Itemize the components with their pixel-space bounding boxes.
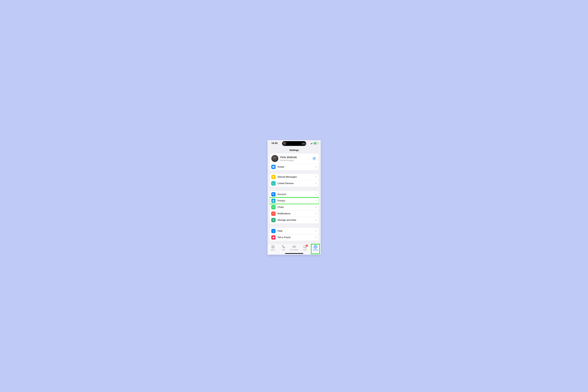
row-label: Starred Messages bbox=[278, 176, 316, 178]
tab-settings[interactable]: Settings bbox=[310, 244, 321, 255]
profile-row[interactable]: Pete Wolinski Not at the gym bbox=[270, 154, 319, 164]
profile-name: Pete Wolinski bbox=[280, 156, 312, 159]
svg-point-8 bbox=[273, 166, 273, 167]
group-help: Help Tell a Friend bbox=[270, 228, 319, 241]
lock-icon bbox=[271, 199, 276, 203]
avatar-app-icon bbox=[271, 165, 276, 169]
phone-icon bbox=[282, 245, 285, 249]
svg-point-24 bbox=[315, 246, 316, 248]
row-label: Privacy bbox=[278, 199, 316, 202]
row-chats[interactable]: Chats bbox=[270, 204, 319, 210]
profile-text: Pete Wolinski Not at the gym bbox=[280, 156, 312, 162]
chevron-right-icon bbox=[316, 219, 317, 221]
svg-rect-10 bbox=[272, 182, 274, 184]
tab-label: Communities bbox=[290, 249, 298, 250]
svg-rect-14 bbox=[273, 200, 274, 202]
communities-icon bbox=[292, 245, 296, 249]
svg-point-15 bbox=[272, 206, 274, 208]
heart-icon bbox=[271, 235, 276, 240]
group-starred: Starred Messages Linked Devices bbox=[270, 174, 319, 186]
battery-level: 60 bbox=[314, 142, 316, 144]
row-help[interactable]: Help bbox=[270, 228, 319, 234]
gear-icon bbox=[314, 245, 318, 249]
laptop-icon bbox=[271, 181, 276, 186]
svg-rect-0 bbox=[313, 158, 314, 158]
tab-label: Calls bbox=[282, 249, 285, 250]
status-right: 60 bbox=[311, 142, 318, 144]
svg-point-9 bbox=[274, 166, 274, 167]
row-label: Account bbox=[278, 193, 316, 196]
row-label: Storage and Data bbox=[278, 219, 316, 222]
chevron-right-icon bbox=[316, 193, 317, 195]
svg-point-22 bbox=[292, 246, 293, 247]
tab-label: Settings bbox=[313, 249, 318, 251]
row-account[interactable]: Account bbox=[270, 191, 319, 198]
row-label: Avatar bbox=[278, 166, 316, 168]
svg-rect-13 bbox=[273, 194, 274, 195]
row-label: Notifications bbox=[278, 212, 316, 215]
chats-badge: 2 bbox=[306, 244, 308, 247]
profile-status: Not at the gym bbox=[280, 159, 312, 162]
row-avatar[interactable]: Avatar bbox=[270, 164, 319, 170]
tab-label: Chats bbox=[303, 249, 306, 250]
island-album-art bbox=[283, 142, 286, 145]
status-bar: 14:24 60 bbox=[268, 140, 321, 146]
svg-point-23 bbox=[295, 246, 296, 247]
svg-point-18 bbox=[273, 230, 274, 230]
row-privacy[interactable]: Privacy bbox=[270, 198, 319, 204]
row-label: Help bbox=[278, 230, 316, 232]
chevron-right-icon bbox=[316, 213, 317, 214]
svg-rect-1 bbox=[314, 158, 315, 158]
status-time: 14:24 bbox=[272, 142, 278, 144]
phone-frame: 14:24 60 Settings bbox=[268, 140, 321, 255]
profile-group: Pete Wolinski Not at the gym bbox=[270, 154, 319, 170]
home-indicator[interactable] bbox=[285, 253, 303, 254]
whatsapp-icon bbox=[271, 205, 276, 209]
row-label: Chats bbox=[278, 206, 316, 208]
chevron-right-icon bbox=[316, 230, 317, 232]
row-storage-data[interactable]: Storage and Data bbox=[270, 217, 319, 223]
svg-point-17 bbox=[274, 213, 274, 213]
notification-icon bbox=[271, 212, 276, 216]
settings-content: Pete Wolinski Not at the gym bbox=[268, 154, 321, 241]
qr-code-button[interactable] bbox=[312, 156, 317, 161]
avatar bbox=[271, 155, 278, 162]
star-icon bbox=[271, 175, 276, 179]
svg-rect-2 bbox=[313, 159, 314, 160]
qr-code-icon bbox=[313, 157, 316, 160]
svg-point-21 bbox=[294, 246, 295, 247]
svg-rect-3 bbox=[314, 159, 315, 159]
page-title: Settings bbox=[268, 146, 321, 154]
row-tell-a-friend[interactable]: Tell a Friend bbox=[270, 234, 319, 241]
info-icon bbox=[271, 229, 276, 233]
arrows-up-down-icon bbox=[271, 218, 276, 222]
battery-icon: 60 bbox=[314, 142, 318, 144]
svg-rect-6 bbox=[314, 159, 315, 160]
row-starred-messages[interactable]: Starred Messages bbox=[270, 174, 319, 180]
tab-label: Status bbox=[271, 249, 275, 251]
chevron-right-icon bbox=[316, 182, 317, 184]
row-label: Tell a Friend bbox=[278, 236, 316, 239]
svg-rect-4 bbox=[315, 159, 315, 160]
chevron-right-icon bbox=[316, 236, 317, 238]
svg-rect-19 bbox=[273, 231, 274, 232]
chevron-right-icon bbox=[316, 206, 317, 208]
chevron-right-icon bbox=[316, 176, 317, 178]
svg-point-7 bbox=[272, 166, 274, 168]
status-icon bbox=[271, 245, 275, 249]
svg-rect-5 bbox=[315, 159, 315, 159]
cellular-signal-icon bbox=[311, 142, 313, 144]
svg-point-20 bbox=[272, 246, 274, 248]
canvas: 14:24 60 Settings bbox=[200, 135, 388, 257]
key-icon bbox=[271, 192, 276, 196]
group-account: Account Privacy Chats bbox=[270, 191, 319, 223]
chevron-right-icon bbox=[316, 166, 317, 168]
audio-wave-icon bbox=[302, 142, 305, 144]
row-notifications[interactable]: Notifications bbox=[270, 210, 319, 217]
chevron-right-icon bbox=[316, 200, 317, 202]
dynamic-island bbox=[282, 141, 306, 146]
row-linked-devices[interactable]: Linked Devices bbox=[270, 180, 319, 186]
row-label: Linked Devices bbox=[278, 182, 316, 185]
tab-status[interactable]: Status bbox=[268, 244, 278, 255]
